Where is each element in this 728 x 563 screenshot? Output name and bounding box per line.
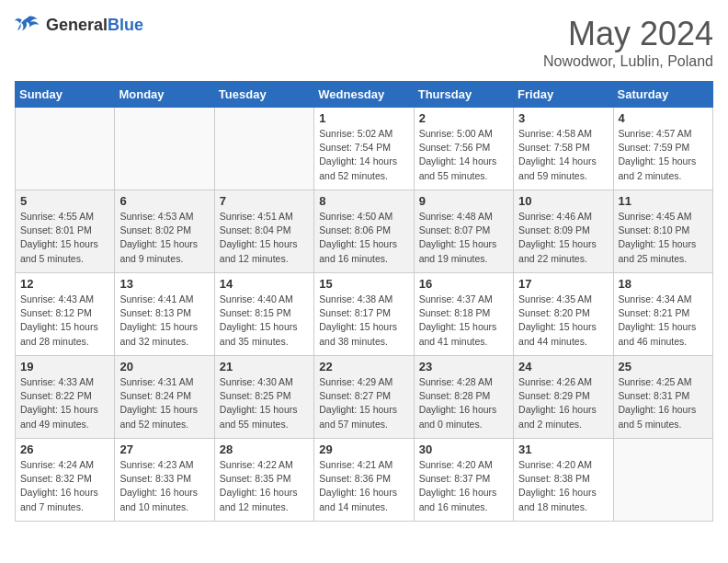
day-info: Sunrise: 4:20 AM Sunset: 8:38 PM Dayligh… bbox=[518, 458, 608, 514]
col-header-tuesday: Tuesday bbox=[214, 82, 313, 108]
day-number: 20 bbox=[119, 360, 209, 373]
calendar-week-row: 26Sunrise: 4:24 AM Sunset: 8:32 PM Dayli… bbox=[16, 439, 713, 522]
calendar-cell bbox=[16, 108, 115, 190]
calendar-cell: 24Sunrise: 4:26 AM Sunset: 8:29 PM Dayli… bbox=[514, 356, 613, 439]
logo-general: General bbox=[46, 16, 108, 34]
calendar-cell: 9Sunrise: 4:48 AM Sunset: 8:07 PM Daylig… bbox=[414, 190, 513, 273]
day-number: 28 bbox=[220, 442, 309, 456]
day-info: Sunrise: 4:29 AM Sunset: 8:27 PM Dayligh… bbox=[319, 375, 408, 431]
day-number: 14 bbox=[220, 277, 309, 291]
day-number: 26 bbox=[20, 442, 109, 456]
day-info: Sunrise: 4:24 AM Sunset: 8:32 PM Dayligh… bbox=[20, 458, 109, 514]
calendar-cell: 29Sunrise: 4:21 AM Sunset: 8:36 PM Dayli… bbox=[314, 439, 414, 522]
day-info: Sunrise: 4:20 AM Sunset: 8:37 PM Dayligh… bbox=[419, 458, 508, 514]
calendar-cell: 18Sunrise: 4:34 AM Sunset: 8:21 PM Dayli… bbox=[613, 273, 712, 356]
calendar-cell: 19Sunrise: 4:33 AM Sunset: 8:22 PM Dayli… bbox=[16, 356, 115, 439]
day-info: Sunrise: 4:28 AM Sunset: 8:28 PM Dayligh… bbox=[419, 375, 508, 431]
calendar-cell: 1Sunrise: 5:02 AM Sunset: 7:54 PM Daylig… bbox=[314, 108, 414, 190]
day-info: Sunrise: 4:41 AM Sunset: 8:13 PM Dayligh… bbox=[119, 293, 209, 349]
day-number: 11 bbox=[619, 194, 708, 208]
calendar-cell: 4Sunrise: 4:57 AM Sunset: 7:59 PM Daylig… bbox=[613, 108, 712, 190]
title-area: May 2024 Nowodwor, Lublin, Poland bbox=[543, 15, 713, 70]
calendar-cell: 5Sunrise: 4:55 AM Sunset: 8:01 PM Daylig… bbox=[16, 190, 115, 273]
day-info: Sunrise: 4:40 AM Sunset: 8:15 PM Dayligh… bbox=[220, 293, 309, 349]
day-number: 17 bbox=[518, 277, 608, 291]
day-info: Sunrise: 4:21 AM Sunset: 8:36 PM Dayligh… bbox=[319, 458, 408, 514]
day-info: Sunrise: 4:37 AM Sunset: 8:18 PM Dayligh… bbox=[419, 293, 508, 349]
location-title: Nowodwor, Lublin, Poland bbox=[543, 53, 713, 70]
day-number: 15 bbox=[319, 277, 408, 291]
calendar-cell: 11Sunrise: 4:45 AM Sunset: 8:10 PM Dayli… bbox=[613, 190, 712, 273]
calendar-cell: 6Sunrise: 4:53 AM Sunset: 8:02 PM Daylig… bbox=[115, 190, 214, 273]
calendar-week-row: 12Sunrise: 4:43 AM Sunset: 8:12 PM Dayli… bbox=[16, 273, 713, 356]
calendar-week-row: 5Sunrise: 4:55 AM Sunset: 8:01 PM Daylig… bbox=[16, 190, 713, 273]
day-info: Sunrise: 4:31 AM Sunset: 8:24 PM Dayligh… bbox=[119, 375, 209, 431]
day-info: Sunrise: 4:33 AM Sunset: 8:22 PM Dayligh… bbox=[20, 375, 109, 431]
day-number: 7 bbox=[220, 194, 309, 208]
day-info: Sunrise: 4:46 AM Sunset: 8:09 PM Dayligh… bbox=[518, 210, 608, 266]
day-number: 21 bbox=[220, 360, 309, 373]
calendar-week-row: 1Sunrise: 5:02 AM Sunset: 7:54 PM Daylig… bbox=[16, 108, 713, 190]
col-header-thursday: Thursday bbox=[414, 82, 513, 108]
day-number: 4 bbox=[619, 111, 708, 125]
calendar-cell: 14Sunrise: 4:40 AM Sunset: 8:15 PM Dayli… bbox=[214, 273, 313, 356]
col-header-saturday: Saturday bbox=[613, 82, 712, 108]
day-number: 27 bbox=[119, 442, 209, 456]
calendar-cell: 16Sunrise: 4:37 AM Sunset: 8:18 PM Dayli… bbox=[414, 273, 513, 356]
col-header-friday: Friday bbox=[514, 82, 613, 108]
calendar-cell: 30Sunrise: 4:20 AM Sunset: 8:37 PM Dayli… bbox=[414, 439, 513, 522]
logo-blue: Blue bbox=[108, 16, 143, 34]
day-number: 29 bbox=[319, 442, 408, 456]
calendar-cell: 13Sunrise: 4:41 AM Sunset: 8:13 PM Dayli… bbox=[115, 273, 214, 356]
calendar-cell: 3Sunrise: 4:58 AM Sunset: 7:58 PM Daylig… bbox=[514, 108, 613, 190]
day-number: 24 bbox=[518, 360, 608, 373]
day-number: 18 bbox=[619, 277, 708, 291]
day-info: Sunrise: 4:58 AM Sunset: 7:58 PM Dayligh… bbox=[518, 127, 608, 183]
day-info: Sunrise: 5:02 AM Sunset: 7:54 PM Dayligh… bbox=[319, 127, 408, 183]
day-info: Sunrise: 5:00 AM Sunset: 7:56 PM Dayligh… bbox=[419, 127, 508, 183]
day-number: 5 bbox=[20, 194, 109, 208]
day-info: Sunrise: 4:48 AM Sunset: 8:07 PM Dayligh… bbox=[419, 210, 508, 266]
day-info: Sunrise: 4:34 AM Sunset: 8:21 PM Dayligh… bbox=[619, 293, 708, 349]
calendar-cell: 2Sunrise: 5:00 AM Sunset: 7:56 PM Daylig… bbox=[414, 108, 513, 190]
calendar-week-row: 19Sunrise: 4:33 AM Sunset: 8:22 PM Dayli… bbox=[16, 356, 713, 439]
calendar-cell: 31Sunrise: 4:20 AM Sunset: 8:38 PM Dayli… bbox=[514, 439, 613, 522]
calendar-cell bbox=[613, 439, 712, 522]
day-number: 8 bbox=[319, 194, 408, 208]
col-header-wednesday: Wednesday bbox=[314, 82, 414, 108]
calendar-cell bbox=[115, 108, 214, 190]
col-header-sunday: Sunday bbox=[16, 82, 115, 108]
calendar-cell: 17Sunrise: 4:35 AM Sunset: 8:20 PM Dayli… bbox=[514, 273, 613, 356]
day-number: 10 bbox=[518, 194, 608, 208]
calendar-cell: 27Sunrise: 4:23 AM Sunset: 8:33 PM Dayli… bbox=[115, 439, 214, 522]
day-number: 16 bbox=[419, 277, 508, 291]
calendar-cell: 25Sunrise: 4:25 AM Sunset: 8:31 PM Dayli… bbox=[613, 356, 712, 439]
day-info: Sunrise: 4:55 AM Sunset: 8:01 PM Dayligh… bbox=[20, 210, 109, 266]
logo-text: GeneralBlue bbox=[46, 16, 143, 35]
day-number: 12 bbox=[20, 277, 109, 291]
day-info: Sunrise: 4:43 AM Sunset: 8:12 PM Dayligh… bbox=[20, 293, 109, 349]
day-info: Sunrise: 4:38 AM Sunset: 8:17 PM Dayligh… bbox=[319, 293, 408, 349]
day-info: Sunrise: 4:22 AM Sunset: 8:35 PM Dayligh… bbox=[220, 458, 309, 514]
day-info: Sunrise: 4:26 AM Sunset: 8:29 PM Dayligh… bbox=[518, 375, 608, 431]
day-number: 9 bbox=[419, 194, 508, 208]
logo: GeneralBlue bbox=[15, 15, 143, 35]
calendar-cell: 15Sunrise: 4:38 AM Sunset: 8:17 PM Dayli… bbox=[314, 273, 414, 356]
calendar-cell: 22Sunrise: 4:29 AM Sunset: 8:27 PM Dayli… bbox=[314, 356, 414, 439]
day-number: 31 bbox=[518, 442, 608, 456]
page-header: GeneralBlue May 2024 Nowodwor, Lublin, P… bbox=[15, 15, 713, 70]
day-number: 13 bbox=[119, 277, 209, 291]
day-number: 6 bbox=[119, 194, 209, 208]
day-info: Sunrise: 4:25 AM Sunset: 8:31 PM Dayligh… bbox=[619, 375, 708, 431]
day-info: Sunrise: 4:50 AM Sunset: 8:06 PM Dayligh… bbox=[319, 210, 408, 266]
day-info: Sunrise: 4:57 AM Sunset: 7:59 PM Dayligh… bbox=[619, 127, 708, 183]
day-number: 3 bbox=[518, 111, 608, 125]
day-info: Sunrise: 4:23 AM Sunset: 8:33 PM Dayligh… bbox=[119, 458, 209, 514]
day-info: Sunrise: 4:45 AM Sunset: 8:10 PM Dayligh… bbox=[619, 210, 708, 266]
day-number: 23 bbox=[419, 360, 508, 373]
calendar-cell: 28Sunrise: 4:22 AM Sunset: 8:35 PM Dayli… bbox=[214, 439, 313, 522]
calendar-cell: 7Sunrise: 4:51 AM Sunset: 8:04 PM Daylig… bbox=[214, 190, 313, 273]
day-number: 30 bbox=[419, 442, 508, 456]
calendar-table: SundayMondayTuesdayWednesdayThursdayFrid… bbox=[15, 81, 713, 522]
day-number: 22 bbox=[319, 360, 408, 373]
